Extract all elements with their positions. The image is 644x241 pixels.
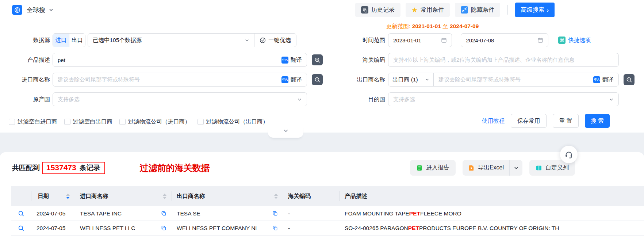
app-title: 全球搜 — [27, 6, 45, 14]
chevron-down-icon — [297, 97, 302, 102]
chevron-down-icon — [245, 38, 249, 43]
filter-checkboxes: 过滤空白进口商 过滤空白出口商 过滤物流公司（进口商） 过滤物流公司（出口商） — [9, 118, 268, 126]
column-date[interactable]: 日期 — [31, 186, 75, 206]
globe-icon — [14, 7, 21, 14]
star-icon: ★ — [411, 7, 418, 14]
filter-label: 过滤空白进口商 — [18, 118, 57, 126]
update-range-end: 2024-07-09 — [450, 23, 479, 29]
checkbox[interactable] — [119, 119, 126, 125]
copy-icon[interactable] — [158, 211, 166, 216]
exact-match-button[interactable] — [624, 74, 635, 85]
columns-icon — [536, 165, 542, 171]
importer-name-input[interactable]: 建议去除公司尾部字符或特殊符号 中A 翻译 — [53, 73, 307, 87]
importer-cell: WELLNESS PET LLC — [75, 221, 172, 235]
app-switch-chevron-icon[interactable] — [49, 7, 54, 12]
quick-options-link[interactable]: ⌘ 快捷选项 — [558, 37, 591, 44]
search-button[interactable]: 搜 索 — [585, 114, 609, 128]
end-date-input[interactable]: 2024-07-08 — [461, 33, 548, 47]
filter-logistics-exporter[interactable]: 过滤物流公司（出口商） — [198, 118, 269, 126]
tutorial-link[interactable]: 使用教程 — [482, 117, 505, 125]
export-excel-button[interactable]: 导出Excel — [463, 160, 509, 176]
enter-report-button[interactable]: 进入报告 — [410, 160, 456, 176]
export-options-caret[interactable] — [509, 160, 522, 176]
custom-columns-label: 自定义列 — [545, 164, 569, 172]
hs-code-input[interactable]: 支持4位以上海关编码，或2位海关编码加上产品描述、企业名称的任意信息 — [388, 53, 619, 67]
checkbox[interactable] — [9, 119, 15, 125]
sort-importer[interactable] — [163, 194, 166, 199]
origin-country-placeholder: 支持多选 — [58, 96, 297, 103]
checkbox[interactable] — [198, 119, 204, 125]
data-source-select[interactable]: 已选中105个数据源 — [88, 34, 254, 47]
customer-service-button[interactable] — [560, 146, 578, 163]
exporter-cell: TESA SE — [172, 206, 283, 221]
translate-button[interactable]: 中A 翻译 — [281, 76, 302, 84]
filter-blank-importer[interactable]: 过滤空白进口商 — [9, 118, 57, 126]
exact-match-button[interactable] — [312, 54, 323, 65]
one-click-optimize-button[interactable]: 一键优选 — [254, 34, 296, 47]
form-actions: 使用教程 保存常用 重 置 搜 索 — [482, 114, 610, 128]
exporter-type-select[interactable]: 出口商 (1) — [388, 73, 434, 86]
column-product-desc[interactable]: 产品描述 — [340, 186, 644, 206]
copy-icon[interactable] — [269, 225, 278, 231]
chevron-down-icon — [283, 128, 289, 134]
sort-exporter[interactable] — [274, 194, 278, 199]
history-button[interactable]: 历史记录 — [355, 3, 400, 17]
checkbox[interactable] — [64, 119, 70, 125]
exact-search-icon — [314, 57, 321, 63]
exact-match-button[interactable] — [312, 74, 323, 85]
update-range-to: 至 — [442, 23, 448, 29]
results-panel: 共匹配到 1537473 条记录 过滤前的海关数据 进入报告 导出Excel — [0, 152, 644, 241]
red-annotation: 过滤前的海关数据 — [140, 162, 210, 174]
copy-icon[interactable] — [158, 225, 166, 231]
exporter-name-input[interactable]: 建议去除公司尾部字符或特殊符号 中A 翻译 — [434, 73, 618, 86]
reset-button[interactable]: 重 置 — [553, 114, 579, 128]
origin-country-select[interactable]: 支持多选 — [53, 92, 307, 106]
excel-icon — [468, 165, 475, 171]
table-row: 2024-07-05 WELLNESS PET LLC WELLNESS PET… — [11, 221, 644, 236]
app-logo — [12, 5, 22, 15]
column-importer[interactable]: 进口商名称 — [75, 186, 172, 206]
import-tab[interactable]: 进口 — [53, 34, 69, 47]
hs-code-label: 海关编码 — [329, 56, 385, 64]
favorites-button[interactable]: ★ 常用条件 — [406, 3, 450, 17]
calendar-icon — [537, 37, 543, 43]
hs-code-cell: - — [283, 206, 340, 221]
export-tab[interactable]: 出口 — [69, 34, 85, 47]
translate-button[interactable]: 中A 翻译 — [281, 56, 302, 64]
product-desc-input[interactable]: pet 中A 翻译 — [53, 53, 307, 67]
sort-date[interactable] — [66, 194, 70, 199]
translate-icon: 中A — [593, 76, 600, 83]
product-desc-label: 产品描述 — [0, 56, 50, 64]
calendar-icon — [441, 37, 447, 43]
copy-icon[interactable] — [269, 211, 278, 216]
topbar: 全球搜 历史记录 ★ 常用条件 隐藏条件 高级搜索 › — [0, 0, 644, 20]
export-excel-split-button: 导出Excel — [463, 160, 522, 176]
date-cell: 2024-07-05 — [31, 206, 75, 221]
preview-cell[interactable] — [11, 221, 31, 235]
dest-country-select[interactable]: 支持多选 — [388, 92, 619, 106]
data-source-selected: 已选中105个数据源 — [93, 37, 142, 44]
preview-cell[interactable] — [11, 206, 31, 221]
column-expand — [11, 186, 31, 206]
trade-direction-toggle: 进口 出口 — [53, 33, 85, 47]
filter-blank-exporter[interactable]: 过滤空白出口商 — [64, 118, 113, 126]
translate-label: 翻译 — [602, 76, 614, 84]
column-hs-code[interactable]: 海关编码 — [283, 186, 340, 206]
translate-button[interactable]: 中A 翻译 — [593, 76, 614, 84]
collapse-form-handle[interactable] — [268, 124, 303, 138]
advanced-search-button[interactable]: 高级搜索 › — [515, 3, 555, 17]
magnifier-icon — [18, 210, 24, 217]
importer-name-label: 进口商名称 — [0, 76, 50, 84]
exact-search-icon — [314, 77, 321, 83]
hs-code-placeholder: 支持4位以上海关编码，或2位海关编码加上产品描述、企业名称的任意信息 — [393, 57, 614, 64]
save-common-button[interactable]: 保存常用 — [511, 114, 547, 128]
start-date-input[interactable]: 2023-01-01 — [388, 33, 452, 47]
exporter-name-placeholder: 建议去除公司尾部字符或特殊符号 — [438, 76, 590, 83]
column-hs-code-label: 海关编码 — [288, 192, 311, 200]
hide-conditions-button[interactable]: 隐藏条件 — [455, 3, 500, 17]
one-click-optimize-label: 一键优选 — [268, 37, 291, 44]
filter-logistics-importer[interactable]: 过滤物流公司（进口商） — [119, 118, 191, 126]
column-exporter[interactable]: 出口商名称 — [172, 186, 283, 206]
importer-name-placeholder: 建议去除公司尾部字符或特殊符号 — [58, 76, 278, 83]
filter-label: 过滤物流公司（进口商） — [128, 118, 191, 126]
